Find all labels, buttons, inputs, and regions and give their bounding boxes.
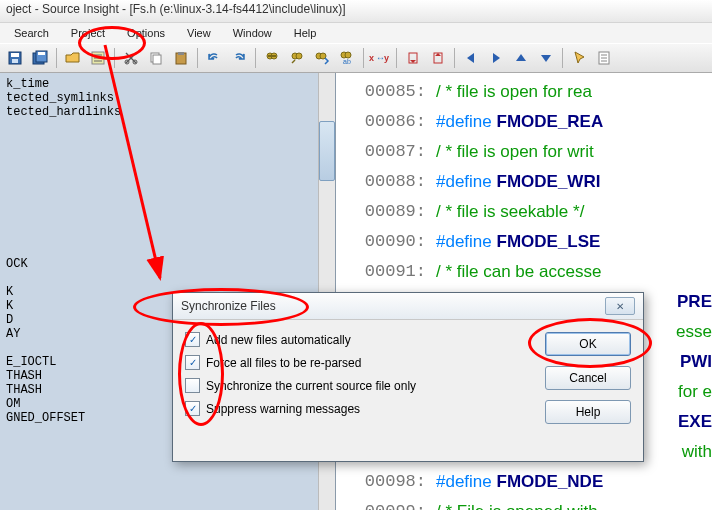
svg-text:ab: ab bbox=[343, 58, 351, 65]
menu-options[interactable]: Options bbox=[117, 25, 175, 41]
toolbar-separator bbox=[197, 48, 198, 68]
synchronize-files-dialog: Synchronize Files ✕ ✓Add new files autom… bbox=[172, 292, 644, 462]
dialog-close-button[interactable]: ✕ bbox=[605, 297, 635, 315]
doc-list-icon[interactable] bbox=[592, 46, 616, 70]
copy-icon[interactable] bbox=[144, 46, 168, 70]
menu-window[interactable]: Window bbox=[223, 25, 282, 41]
line-number: 00089: bbox=[336, 197, 436, 227]
symbol-item[interactable]: k_time bbox=[6, 77, 329, 91]
open-icon[interactable] bbox=[61, 46, 85, 70]
undo-icon[interactable] bbox=[202, 46, 226, 70]
nav-up-icon[interactable] bbox=[509, 46, 533, 70]
cursor-icon[interactable] bbox=[567, 46, 591, 70]
code-content: #define FMODE_REA bbox=[436, 107, 603, 137]
checkbox-icon[interactable]: ✓ bbox=[185, 401, 200, 416]
option-label: Add new files automatically bbox=[206, 333, 351, 347]
toolbar-separator bbox=[114, 48, 115, 68]
dialog-title: Synchronize Files bbox=[181, 299, 276, 313]
menu-project[interactable]: Project bbox=[61, 25, 115, 41]
code-line[interactable]: 00086:#define FMODE_REA bbox=[336, 107, 712, 137]
symbol-item[interactable]: tected_hardlinks bbox=[6, 105, 329, 119]
window-title: oject - Source Insight - [Fs.h (e:\linux… bbox=[0, 0, 712, 23]
properties-icon[interactable] bbox=[86, 46, 110, 70]
dialog-option[interactable]: Synchronize the current source file only bbox=[185, 378, 529, 393]
menu-search[interactable]: Search bbox=[4, 25, 59, 41]
bookmark-next-icon[interactable] bbox=[426, 46, 450, 70]
code-content: / * File is opened with bbox=[436, 497, 598, 510]
line-number: 00085: bbox=[336, 77, 436, 107]
save-all-icon[interactable] bbox=[28, 46, 52, 70]
help-button[interactable]: Help bbox=[545, 400, 631, 424]
menu-help[interactable]: Help bbox=[284, 25, 327, 41]
checkbox-icon[interactable]: ✓ bbox=[185, 332, 200, 347]
find-next-icon[interactable] bbox=[310, 46, 334, 70]
svg-point-20 bbox=[296, 53, 302, 59]
svg-rect-13 bbox=[153, 55, 161, 64]
toolbar-separator bbox=[56, 48, 57, 68]
menu-view[interactable]: View bbox=[177, 25, 221, 41]
dialog-titlebar[interactable]: Synchronize Files ✕ bbox=[173, 293, 643, 320]
svg-rect-15 bbox=[178, 52, 184, 55]
symbol-item[interactable]: OCK bbox=[6, 257, 329, 271]
code-line[interactable]: 00088:#define FMODE_WRI bbox=[336, 167, 712, 197]
save-icon[interactable] bbox=[3, 46, 27, 70]
option-label: Synchronize the current source file only bbox=[206, 379, 416, 393]
code-content: / * file is seekable */ bbox=[436, 197, 584, 227]
nav-down-icon[interactable] bbox=[534, 46, 558, 70]
code-line[interactable]: 00098:#define FMODE_NDE bbox=[336, 467, 712, 497]
option-label: Force all files to be re-parsed bbox=[206, 356, 361, 370]
code-content: #define FMODE_LSE bbox=[436, 227, 600, 257]
line-number: 00090: bbox=[336, 227, 436, 257]
code-line[interactable]: 00091:/ * file can be accesse bbox=[336, 257, 712, 287]
svg-text:y: y bbox=[384, 53, 389, 63]
code-content: #define FMODE_WRI bbox=[436, 167, 600, 197]
line-number: 00086: bbox=[336, 107, 436, 137]
cut-icon[interactable] bbox=[119, 46, 143, 70]
symbol-list-top[interactable]: k_timetected_symlinkstected_hardlinks bbox=[0, 73, 335, 123]
line-number: 00088: bbox=[336, 167, 436, 197]
line-number: 00099: bbox=[336, 497, 436, 510]
svg-line-21 bbox=[292, 60, 295, 63]
toolbar-separator bbox=[454, 48, 455, 68]
nav-back-icon[interactable] bbox=[459, 46, 483, 70]
toolbar-separator bbox=[562, 48, 563, 68]
symbol-item[interactable]: tected_symlinks bbox=[6, 91, 329, 105]
checkbox-icon[interactable]: ✓ bbox=[185, 355, 200, 370]
dialog-option[interactable]: ✓Add new files automatically bbox=[185, 332, 529, 347]
dialog-option[interactable]: ✓Force all files to be re-parsed bbox=[185, 355, 529, 370]
svg-text:x: x bbox=[369, 53, 374, 63]
option-label: Suppress warning messages bbox=[206, 402, 360, 416]
line-number: 00098: bbox=[336, 467, 436, 497]
xy-swap-icon[interactable]: x↔y bbox=[368, 46, 392, 70]
search-files-icon[interactable] bbox=[285, 46, 309, 70]
line-number: 00087: bbox=[336, 137, 436, 167]
ok-button[interactable]: OK bbox=[545, 332, 631, 356]
svg-rect-5 bbox=[38, 52, 45, 55]
dialog-option[interactable]: ✓Suppress warning messages bbox=[185, 401, 529, 416]
code-content: / * file is open for writ bbox=[436, 137, 594, 167]
toolbar-separator bbox=[255, 48, 256, 68]
cancel-button[interactable]: Cancel bbox=[545, 366, 631, 390]
redo-icon[interactable] bbox=[227, 46, 251, 70]
toolbar-separator bbox=[396, 48, 397, 68]
code-line[interactable]: 00090:#define FMODE_LSE bbox=[336, 227, 712, 257]
code-line[interactable]: 00089:/ * file is seekable */ bbox=[336, 197, 712, 227]
code-line[interactable]: 00099:/ * File is opened with bbox=[336, 497, 712, 510]
bookmark-prev-icon[interactable] bbox=[401, 46, 425, 70]
code-line[interactable]: 00085:/ * file is open for rea bbox=[336, 77, 712, 107]
toolbar: ab x↔y bbox=[0, 43, 712, 73]
code-content: / * file can be accesse bbox=[436, 257, 601, 287]
scrollbar-thumb[interactable] bbox=[319, 121, 335, 181]
svg-rect-2 bbox=[12, 59, 18, 63]
replace-icon[interactable]: ab bbox=[335, 46, 359, 70]
find-icon[interactable] bbox=[260, 46, 284, 70]
symbol-item[interactable] bbox=[6, 271, 329, 285]
toolbar-separator bbox=[363, 48, 364, 68]
menubar: Search Project Options View Window Help bbox=[0, 23, 712, 43]
paste-icon[interactable] bbox=[169, 46, 193, 70]
checkbox-icon[interactable] bbox=[185, 378, 200, 393]
code-content: #define FMODE_NDE bbox=[436, 467, 603, 497]
nav-fwd-icon[interactable] bbox=[484, 46, 508, 70]
svg-rect-18 bbox=[268, 55, 276, 57]
code-line[interactable]: 00087:/ * file is open for writ bbox=[336, 137, 712, 167]
